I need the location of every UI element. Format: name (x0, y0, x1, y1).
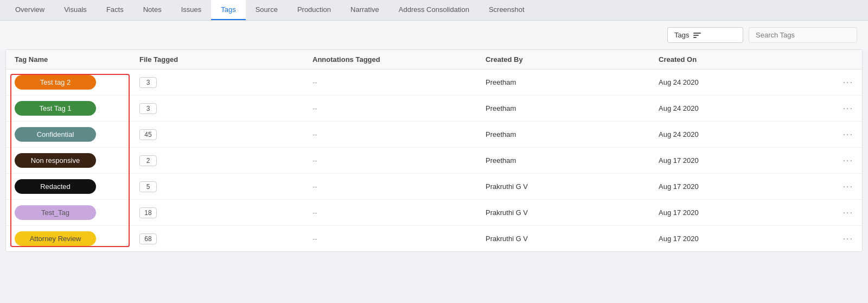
navigation-tabs: OverviewVisualsFactsNotesIssuesTagsSourc… (0, 0, 868, 21)
file-tagged-cell: 68 (139, 233, 312, 244)
header-created-by: Created By (486, 55, 659, 64)
toolbar: Tags (0, 21, 868, 49)
table-header-row: Tag Name File Tagged Annotations Tagged … (6, 50, 862, 70)
table-row: Confidential45--PreethamAug 24 2020··· (6, 122, 862, 148)
tab-notes[interactable]: Notes (133, 0, 171, 20)
filter-label: Tags (674, 31, 689, 39)
created-by-cell: Preetham (486, 156, 659, 165)
tab-facts[interactable]: Facts (97, 0, 133, 20)
row-actions-button[interactable]: ··· (832, 234, 853, 244)
count-badge: 18 (139, 207, 157, 218)
tab-visuals[interactable]: Visuals (54, 0, 97, 20)
tab-screenshot[interactable]: Screenshot (479, 0, 534, 20)
annotations-tagged-cell: -- (312, 182, 486, 191)
table-row: Redacted5--Prakruthi G VAug 17 2020··· (6, 174, 862, 200)
filter-icon (693, 33, 701, 38)
table-row: Test_Tag18--Prakruthi G VAug 17 2020··· (6, 200, 862, 226)
header-created-on: Created On (659, 55, 832, 64)
tab-production[interactable]: Production (288, 0, 341, 20)
tag-badge[interactable]: Test_Tag (15, 205, 96, 220)
created-by-cell: Prakruthi G V (486, 209, 659, 217)
tag-name-cell: Test_Tag (15, 205, 139, 220)
tag-name-cell: Test Tag 1 (15, 101, 139, 116)
tag-badge[interactable]: Redacted (15, 179, 96, 194)
filter-dropdown[interactable]: Tags (667, 27, 743, 43)
table-body: Test tag 23--PreethamAug 24 2020···Test … (6, 70, 862, 251)
header-actions (832, 55, 853, 64)
header-file-tagged: File Tagged (139, 55, 312, 64)
tags-table-container: Tag Name File Tagged Annotations Tagged … (5, 49, 863, 252)
tag-badge[interactable]: Confidential (15, 127, 96, 142)
file-tagged-cell: 2 (139, 155, 312, 166)
table-row: Test tag 23--PreethamAug 24 2020··· (6, 70, 862, 96)
file-tagged-cell: 5 (139, 181, 312, 192)
tab-narrative[interactable]: Narrative (341, 0, 389, 20)
row-actions-button[interactable]: ··· (832, 208, 853, 218)
row-actions-button[interactable]: ··· (832, 156, 853, 166)
file-tagged-cell: 3 (139, 77, 312, 88)
annotations-tagged-cell: -- (312, 104, 486, 112)
created-by-cell: Preetham (486, 78, 659, 86)
table-row: Non responsive2--PreethamAug 17 2020··· (6, 148, 862, 174)
tag-name-cell: Attorney Review (15, 231, 139, 246)
header-tag-name: Tag Name (15, 55, 139, 64)
created-on-cell: Aug 24 2020 (659, 104, 832, 112)
created-on-cell: Aug 17 2020 (659, 235, 832, 243)
tag-badge[interactable]: Test Tag 1 (15, 101, 96, 116)
created-by-cell: Prakruthi G V (486, 182, 659, 191)
created-on-cell: Aug 17 2020 (659, 209, 832, 217)
row-actions-button[interactable]: ··· (832, 130, 853, 140)
row-actions-button[interactable]: ··· (832, 78, 853, 87)
created-by-cell: Preetham (486, 104, 659, 112)
annotations-tagged-cell: -- (312, 209, 486, 217)
created-on-cell: Aug 17 2020 (659, 182, 832, 191)
tab-overview[interactable]: Overview (5, 0, 54, 20)
annotations-tagged-cell: -- (312, 78, 486, 86)
count-badge: 3 (139, 77, 157, 88)
annotations-tagged-cell: -- (312, 130, 486, 138)
tag-badge[interactable]: Attorney Review (15, 231, 96, 246)
tab-issues[interactable]: Issues (171, 0, 212, 20)
created-by-cell: Prakruthi G V (486, 235, 659, 243)
count-badge: 5 (139, 181, 157, 192)
count-badge: 2 (139, 155, 157, 166)
table-row: Attorney Review68--Prakruthi G VAug 17 2… (6, 226, 862, 251)
tag-badge[interactable]: Non responsive (15, 153, 96, 168)
tag-badge[interactable]: Test tag 2 (15, 75, 96, 90)
count-badge: 45 (139, 129, 157, 140)
row-actions-button[interactable]: ··· (832, 182, 853, 192)
count-badge: 68 (139, 233, 157, 244)
tag-name-cell: Non responsive (15, 153, 139, 168)
created-on-cell: Aug 24 2020 (659, 78, 832, 86)
row-actions-button[interactable]: ··· (832, 104, 853, 113)
file-tagged-cell: 18 (139, 207, 312, 218)
tag-name-cell: Confidential (15, 127, 139, 142)
created-on-cell: Aug 24 2020 (659, 130, 832, 138)
tab-address-consolidation[interactable]: Address Consolidation (389, 0, 479, 20)
count-badge: 3 (139, 103, 157, 114)
file-tagged-cell: 3 (139, 103, 312, 114)
search-input[interactable] (749, 27, 857, 43)
table-row: Test Tag 13--PreethamAug 24 2020··· (6, 96, 862, 122)
annotations-tagged-cell: -- (312, 235, 486, 243)
created-on-cell: Aug 17 2020 (659, 156, 832, 165)
header-annotations-tagged: Annotations Tagged (312, 55, 486, 64)
tab-source[interactable]: Source (246, 0, 288, 20)
tab-tags[interactable]: Tags (211, 0, 245, 20)
created-by-cell: Preetham (486, 130, 659, 138)
annotations-tagged-cell: -- (312, 156, 486, 165)
file-tagged-cell: 45 (139, 129, 312, 140)
tag-name-cell: Test tag 2 (15, 75, 139, 90)
tag-name-cell: Redacted (15, 179, 139, 194)
